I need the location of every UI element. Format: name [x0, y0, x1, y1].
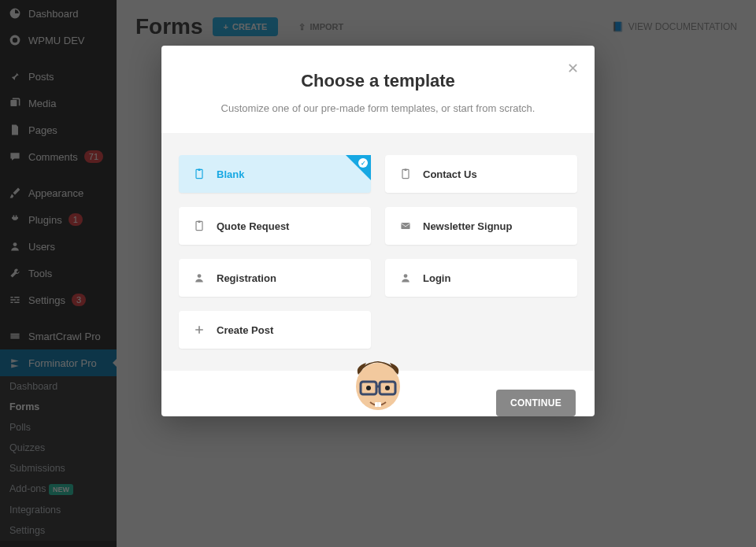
template-quote-request[interactable]: Quote Request	[179, 207, 371, 245]
template-login[interactable]: Login	[385, 259, 577, 297]
template-grid: Blank ✓ Contact Us Quote Request Newslet…	[161, 133, 595, 371]
mascot-illustration	[339, 347, 417, 416]
svg-point-19	[366, 386, 371, 390]
close-icon: ✕	[567, 61, 579, 76]
plus-icon	[193, 323, 206, 336]
template-blank[interactable]: Blank ✓	[179, 155, 371, 193]
template-contact-us[interactable]: Contact Us	[385, 155, 577, 193]
mail-icon	[399, 220, 412, 232]
svg-rect-12	[401, 223, 410, 229]
template-label: Newsletter Signup	[423, 220, 512, 232]
template-create-post[interactable]: Create Post	[179, 311, 371, 349]
clipboard-icon	[399, 168, 412, 180]
svg-rect-6	[196, 169, 202, 178]
svg-rect-7	[198, 169, 200, 171]
modal-header: ✕ Choose a template Customize one of our…	[161, 46, 595, 133]
svg-point-20	[385, 386, 390, 390]
template-label: Contact Us	[423, 168, 477, 180]
template-label: Create Post	[217, 324, 273, 336]
template-label: Registration	[217, 272, 276, 284]
continue-button[interactable]: CONTINUE	[496, 390, 576, 416]
template-label: Quote Request	[217, 220, 289, 232]
template-registration[interactable]: Registration	[179, 259, 371, 297]
clipboard-icon	[193, 220, 206, 232]
clipboard-icon	[193, 168, 206, 180]
svg-rect-8	[402, 169, 409, 178]
close-button[interactable]: ✕	[567, 60, 579, 77]
template-newsletter[interactable]: Newsletter Signup	[385, 207, 577, 245]
template-modal: ✕ Choose a template Customize one of our…	[161, 46, 595, 416]
svg-rect-11	[198, 221, 200, 223]
svg-point-13	[198, 274, 202, 278]
check-icon: ✓	[358, 158, 368, 168]
template-label: Blank	[217, 168, 244, 180]
svg-rect-10	[196, 221, 202, 230]
template-label: Login	[423, 272, 450, 284]
modal-title: Choose a template	[185, 71, 571, 91]
person-icon	[193, 272, 206, 284]
svg-point-14	[404, 274, 408, 278]
person-icon	[399, 272, 412, 284]
selected-corner	[346, 155, 371, 180]
modal-subtitle: Customize one of our pre-made form templ…	[185, 102, 571, 114]
svg-rect-9	[404, 169, 406, 171]
